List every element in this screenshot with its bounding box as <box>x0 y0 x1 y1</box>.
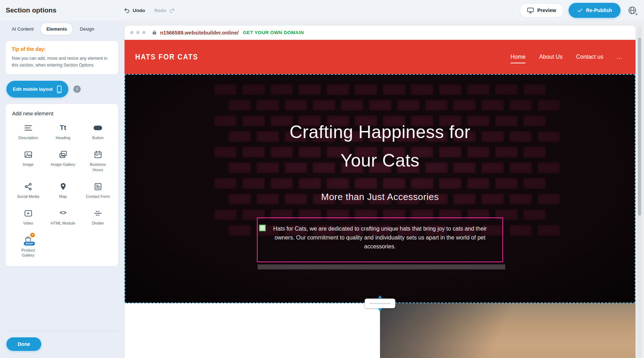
tip-of-the-day-card: Tip of the day: Now you can add, move an… <box>6 41 118 74</box>
element-button[interactable]: Button <box>80 123 115 140</box>
selected-text-element[interactable]: Hats for Cats, we are dedicated to craft… <box>257 217 503 262</box>
globe-status-dot <box>635 13 638 15</box>
canvas-scrollbar-track[interactable] <box>637 26 642 358</box>
tip-title: Tip of the day: <box>12 46 112 52</box>
element-contact-form[interactable]: Contact Form <box>80 181 115 199</box>
tab-ai-content[interactable]: AI Content <box>6 23 39 35</box>
page-title: Section options <box>6 6 124 14</box>
history-controls: Undo Redo <box>124 7 175 14</box>
info-icon[interactable]: i <box>73 85 81 93</box>
add-element-card: Add new element Description Tt Heading B… <box>6 104 118 266</box>
hero-heading-line2[interactable]: Your Cats <box>341 152 419 169</box>
next-section-left-blank[interactable] <box>125 303 380 358</box>
done-button[interactable]: Done <box>6 337 41 351</box>
undo-button[interactable]: Undo <box>124 7 145 14</box>
element-image-gallery[interactable]: Image Gallery <box>46 149 80 172</box>
hero-subheading[interactable]: More than Just Accessories <box>321 191 439 202</box>
undo-icon <box>124 7 130 14</box>
app: Section options Undo Redo Preview Re-Pub… <box>0 0 644 358</box>
republish-label: Re-Publish <box>586 7 612 13</box>
preview-button[interactable]: Preview <box>519 3 564 17</box>
site-preview-window: n1566589.websitebuilder.online/ GET YOUR… <box>125 26 635 358</box>
social-media-icon <box>24 181 33 191</box>
ghost-placeholder-bar <box>258 264 505 269</box>
element-map[interactable]: Map <box>46 181 80 199</box>
html-code-icon: <> <box>59 208 66 218</box>
heading-icon: Tt <box>60 123 66 133</box>
preview-monitor-icon <box>527 7 534 14</box>
section-resize-handle[interactable] <box>365 299 395 308</box>
element-html-module[interactable]: <> HTML Module <box>46 208 80 226</box>
republish-button[interactable]: Re-Publish <box>569 3 621 18</box>
product-gallery-icon: + SHOP <box>23 235 33 245</box>
preview-label: Preview <box>537 7 556 13</box>
nav-more-button[interactable]: ... <box>617 54 623 60</box>
get-your-own-domain-link[interactable]: GET YOUR OWN DOMAIN <box>243 30 304 35</box>
description-icon <box>24 123 33 133</box>
button-icon <box>94 123 102 133</box>
product-gallery-plus-badge: + <box>30 233 35 237</box>
sidebar-spacer <box>6 266 118 331</box>
sidebar-tabs: AI Content Elements Design <box>6 23 118 35</box>
site-nav: Home About Us Contact us ... <box>511 54 623 60</box>
tab-design[interactable]: Design <box>74 23 100 35</box>
site-url: n1566589.websitebuilder.online/ <box>160 30 239 36</box>
editor-canvas: n1566589.websitebuilder.online/ GET YOUR… <box>124 21 644 358</box>
image-icon <box>24 149 33 159</box>
nav-about-us[interactable]: About Us <box>539 54 563 60</box>
sidebar-divider <box>6 331 117 331</box>
hero-section-selected[interactable]: Crafting Happiness for Your Cats More th… <box>125 74 635 303</box>
next-section-preview <box>125 303 635 358</box>
contact-form-icon <box>94 181 102 191</box>
map-pin-icon <box>59 181 68 191</box>
language-globe-button[interactable] <box>626 4 638 16</box>
element-video[interactable]: Video <box>11 208 46 226</box>
site-logo[interactable]: Hats for Cats <box>135 52 198 61</box>
business-hours-icon <box>94 149 102 159</box>
add-element-title: Add new element <box>12 110 115 116</box>
image-gallery-icon <box>59 149 68 159</box>
edit-mobile-layout-label: Edit mobile layout <box>13 86 53 92</box>
phone-icon <box>57 85 62 93</box>
element-product-gallery[interactable]: + SHOP Product Gallery <box>11 235 46 258</box>
redo-icon <box>169 7 175 14</box>
site-viewport: Hats for Cats Home About Us Contact us .… <box>125 40 635 358</box>
element-heading[interactable]: Tt Heading <box>46 123 80 140</box>
edit-mobile-layout-button[interactable]: Edit mobile layout <box>6 81 68 98</box>
redo-button[interactable]: Redo <box>154 7 175 14</box>
resize-arrow-up-icon <box>378 295 382 298</box>
hero-section-wrap: Crafting Happiness for Your Cats More th… <box>125 74 635 303</box>
tab-elements[interactable]: Elements <box>40 23 73 35</box>
lock-icon <box>152 30 157 35</box>
element-social-media[interactable]: Social Media <box>11 181 46 199</box>
product-gallery-shop-badge: SHOP <box>23 241 35 246</box>
video-icon <box>24 208 33 218</box>
element-description[interactable]: Description <box>11 123 46 140</box>
editor-topbar: Section options Undo Redo Preview Re-Pub… <box>0 0 644 21</box>
tip-body: Now you can add, move and resize any ele… <box>12 55 112 68</box>
next-section-ground-image[interactable] <box>380 303 635 358</box>
divider-icon <box>94 208 102 218</box>
hero-paragraph[interactable]: Hats for Cats, we are dedicated to craft… <box>263 225 497 251</box>
content-row: AI Content Elements Design Tip of the da… <box>0 21 644 358</box>
mobile-layout-row: Edit mobile layout i <box>6 81 118 98</box>
element-business-hours[interactable]: Business Hours <box>80 149 115 172</box>
resize-dotted-line <box>370 303 390 304</box>
undo-label: Undo <box>133 8 145 13</box>
canvas-scrollbar-thumb[interactable] <box>638 38 641 216</box>
element-drag-handle[interactable] <box>259 225 266 231</box>
section-options-sidebar: AI Content Elements Design Tip of the da… <box>0 21 124 358</box>
resize-arrow-down-icon <box>378 309 382 311</box>
hero-heading-line1[interactable]: Crafting Happiness for <box>290 123 470 141</box>
check-icon <box>577 7 583 13</box>
window-dots <box>130 31 146 34</box>
redo-label: Redo <box>154 8 167 13</box>
element-grid: Description Tt Heading Button Image <box>11 123 115 258</box>
site-header[interactable]: Hats for Cats Home About Us Contact us .… <box>125 40 635 74</box>
hero-content: Crafting Happiness for Your Cats More th… <box>125 75 635 262</box>
nav-contact-us[interactable]: Contact us <box>576 54 603 60</box>
browser-bar: n1566589.websitebuilder.online/ GET YOUR… <box>125 26 635 40</box>
element-image[interactable]: Image <box>11 149 46 172</box>
element-divider[interactable]: Divider <box>80 208 115 226</box>
nav-home[interactable]: Home <box>511 54 526 60</box>
